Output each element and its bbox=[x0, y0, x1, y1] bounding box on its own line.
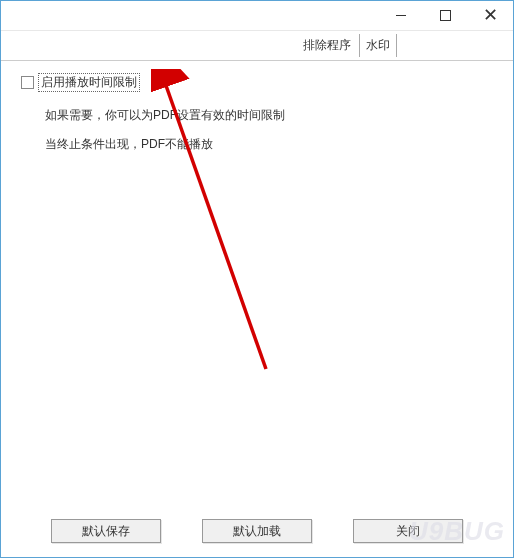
button-bar: 默认保存 默认加载 关闭 bbox=[1, 519, 513, 543]
tab-bar: 排除程序 水印 bbox=[1, 31, 513, 61]
default-load-button[interactable]: 默认加载 bbox=[202, 519, 312, 543]
enable-time-limit-row: 启用播放时间限制 bbox=[21, 73, 493, 92]
close-button[interactable]: 关闭 bbox=[353, 519, 463, 543]
content-panel: 启用播放时间限制 如果需要，你可以为PDF设置有效的时间限制 当终止条件出现，P… bbox=[1, 61, 513, 176]
description-line-1: 如果需要，你可以为PDF设置有效的时间限制 bbox=[45, 106, 493, 125]
window-controls: ✕ bbox=[378, 1, 513, 29]
enable-time-limit-checkbox[interactable] bbox=[21, 76, 34, 89]
minimize-button[interactable] bbox=[378, 1, 423, 29]
maximize-button[interactable] bbox=[423, 1, 468, 29]
default-save-button[interactable]: 默认保存 bbox=[51, 519, 161, 543]
tab-exclude-programs[interactable]: 排除程序 bbox=[297, 34, 357, 57]
tab-group: 排除程序 水印 bbox=[297, 34, 397, 57]
close-window-button[interactable]: ✕ bbox=[468, 1, 513, 29]
titlebar: ✕ bbox=[1, 1, 513, 31]
tab-watermark[interactable]: 水印 bbox=[359, 34, 397, 57]
enable-time-limit-label: 启用播放时间限制 bbox=[38, 73, 140, 92]
description-line-2: 当终止条件出现，PDF不能播放 bbox=[45, 135, 493, 154]
dialog-window: ✕ 排除程序 水印 启用播放时间限制 如果需要，你可以为PDF设置有效的时间限制… bbox=[0, 0, 514, 558]
